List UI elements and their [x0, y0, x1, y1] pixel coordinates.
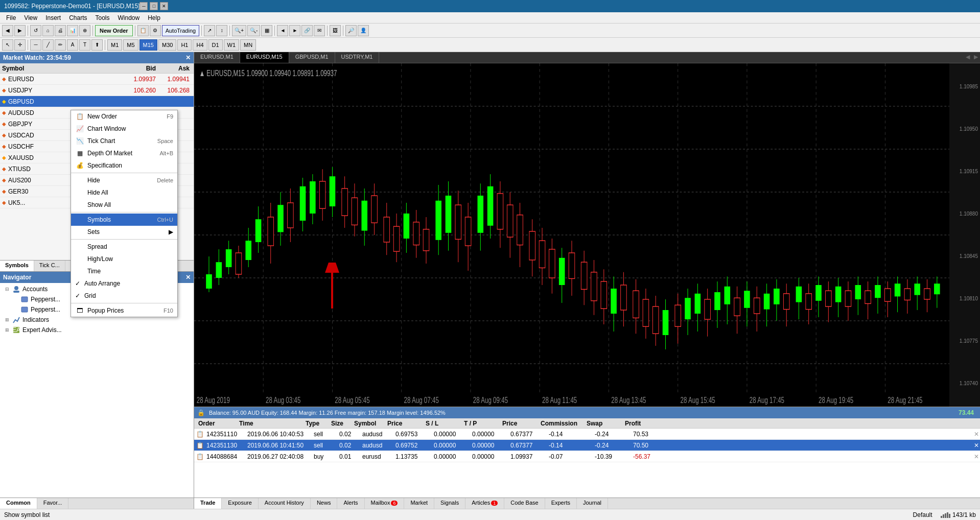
- indicator1-button[interactable]: ↗: [204, 25, 215, 36]
- term-tab-signals[interactable]: Signals: [434, 498, 465, 509]
- arrow-button[interactable]: ⬆: [91, 39, 103, 51]
- trade2-close[interactable]: ✕: [972, 442, 980, 449]
- home-button[interactable]: ⌂: [42, 25, 54, 36]
- screenshot-button[interactable]: 🖼: [330, 25, 341, 36]
- zoom-in-button[interactable]: ⊕: [79, 25, 90, 36]
- nav-tab-common[interactable]: Common: [0, 498, 37, 509]
- menu-view[interactable]: View: [20, 13, 41, 22]
- label-button[interactable]: T: [79, 39, 90, 51]
- tf-m5[interactable]: M5: [123, 39, 138, 51]
- ctx-grid[interactable]: ✓ Grid: [71, 290, 177, 302]
- text-button[interactable]: A: [67, 39, 78, 51]
- autotrading-button[interactable]: AutoTrading: [162, 25, 200, 36]
- menu-window[interactable]: Window: [114, 13, 144, 22]
- tf-h1[interactable]: H1: [177, 39, 192, 51]
- tf-w1[interactable]: W1: [224, 39, 240, 51]
- chart-scroll-right[interactable]: ▶: [972, 52, 980, 63]
- trade-row-2[interactable]: 📋 142351130 2019.06.06 10:41:50 sell 0.0…: [194, 440, 980, 451]
- back-button[interactable]: ◀: [2, 25, 13, 36]
- menu-help[interactable]: Help: [144, 13, 165, 22]
- tf-m1[interactable]: M1: [107, 39, 122, 51]
- tf-h4[interactable]: H4: [193, 39, 207, 51]
- menu-file[interactable]: File: [2, 13, 20, 22]
- term-tab-mailbox[interactable]: Mailbox6: [365, 498, 405, 509]
- chart-tab-usdtry-m1[interactable]: USDTRY,M1: [335, 52, 380, 63]
- refresh-button[interactable]: ↺: [30, 25, 41, 36]
- mw-tab-tick[interactable]: Tick C...: [34, 261, 65, 271]
- new-order-button[interactable]: New Order: [95, 25, 133, 36]
- profile-button[interactable]: 👤: [358, 25, 369, 36]
- indicator2-button[interactable]: ↕: [216, 25, 227, 36]
- term-tab-experts[interactable]: Experts: [545, 498, 577, 509]
- chart-tab-gbpusd-m1[interactable]: GBPUSD,M1: [289, 52, 335, 63]
- chart-grid[interactable]: ▦: [261, 25, 272, 36]
- ctx-specification[interactable]: 💰 Specification: [71, 159, 177, 172]
- trade-row-3[interactable]: 📋 144088684 2019.06.27 02:40:08 buy 0.01…: [194, 451, 980, 462]
- scroll-left[interactable]: ◄: [277, 25, 288, 36]
- ctx-sets[interactable]: Sets ▶: [71, 226, 177, 238]
- ctx-chart-window[interactable]: 📈 Chart Window: [71, 123, 177, 135]
- history-button[interactable]: 📋: [137, 25, 149, 36]
- nav-tab-favorites[interactable]: Favor...: [37, 498, 69, 509]
- zoom-chart-out[interactable]: 🔍-: [247, 25, 260, 36]
- search-button[interactable]: 🔎: [345, 25, 357, 36]
- trade3-close[interactable]: ✕: [972, 453, 980, 460]
- draw-button[interactable]: ✏: [55, 39, 66, 51]
- tf-d1[interactable]: D1: [208, 39, 223, 51]
- term-tab-journal[interactable]: Journal: [577, 498, 608, 509]
- menu-tools[interactable]: Tools: [91, 13, 114, 22]
- ctx-dom[interactable]: ▦ Depth Of Market Alt+B: [71, 147, 177, 159]
- mw-tab-symbols[interactable]: Symbols: [0, 261, 34, 271]
- trendline-button[interactable]: ╱: [42, 39, 54, 51]
- market-row-eurusd[interactable]: ◆ EURUSD 1.09937 1.09941: [0, 74, 194, 85]
- ctx-hide-all[interactable]: Hide All: [71, 186, 177, 199]
- menu-charts[interactable]: Charts: [65, 13, 91, 22]
- close-button[interactable]: ✕: [160, 2, 168, 10]
- crosshair-button[interactable]: ✛: [14, 39, 26, 51]
- chart-container[interactable]: ▲ EURUSD,M15 1.09900 1.09940 1.09891 1.0…: [194, 63, 980, 407]
- term-tab-exposure[interactable]: Exposure: [222, 498, 258, 509]
- minimize-button[interactable]: ─: [139, 2, 148, 10]
- scroll-right[interactable]: ►: [289, 25, 300, 36]
- tf-mn[interactable]: MN: [240, 39, 256, 51]
- market-row-gbpusd[interactable]: ◆ GBPUSD: [0, 96, 194, 107]
- market-watch-close[interactable]: ✕: [185, 54, 191, 61]
- cursor-button[interactable]: ↖: [2, 39, 13, 51]
- connect-button[interactable]: 🔗: [301, 25, 313, 36]
- menu-insert[interactable]: Insert: [41, 13, 65, 22]
- ctx-spread[interactable]: Spread: [71, 241, 177, 253]
- tf-m30[interactable]: M30: [158, 39, 176, 51]
- term-tab-articles[interactable]: Articles1: [465, 498, 504, 509]
- term-tab-alerts[interactable]: Alerts: [337, 498, 364, 509]
- ctx-new-order[interactable]: 📋 New Order F9: [71, 110, 177, 123]
- settings-button[interactable]: ⚙: [150, 25, 161, 36]
- term-tab-market[interactable]: Market: [404, 498, 434, 509]
- ctx-popup-prices[interactable]: 🗖 Popup Prices F10: [71, 304, 177, 317]
- term-tab-trade[interactable]: Trade: [194, 498, 222, 509]
- ctx-symbols[interactable]: Symbols Ctrl+U: [71, 214, 177, 226]
- ctx-auto-arrange[interactable]: ✓ Auto Arrange: [71, 277, 177, 290]
- term-tab-account-history[interactable]: Account History: [259, 498, 311, 509]
- zoom-chart-in[interactable]: 🔍+: [232, 25, 246, 36]
- trade1-close[interactable]: ✕: [972, 431, 980, 438]
- ctx-highlow[interactable]: High/Low: [71, 253, 177, 265]
- navigator-close[interactable]: ✕: [185, 274, 191, 281]
- chart-tab-eurusd-m15[interactable]: EURUSD,M15: [240, 52, 289, 63]
- print-button[interactable]: 🖨: [55, 25, 66, 36]
- forward-button[interactable]: ▶: [14, 25, 26, 36]
- market-row-usdjpy[interactable]: ◆ USDJPY 106.260 106.268: [0, 85, 194, 96]
- trade-row-1[interactable]: 📋 142351110 2019.06.06 10:40:53 sell 0.0…: [194, 429, 980, 440]
- tf-m15[interactable]: M15: [139, 39, 157, 51]
- email-button[interactable]: ✉: [314, 25, 325, 36]
- term-tab-news[interactable]: News: [311, 498, 338, 509]
- chart-tab-eurusd-m1[interactable]: EURUSD,M1: [194, 52, 240, 63]
- chart-button[interactable]: 📊: [67, 25, 78, 36]
- term-tab-codebase[interactable]: Code Base: [504, 498, 545, 509]
- ctx-show-all[interactable]: Show All: [71, 199, 177, 211]
- ctx-time[interactable]: Time: [71, 265, 177, 277]
- hline-button[interactable]: ─: [30, 39, 41, 51]
- nav-experts[interactable]: ⊞ EA Expert Advis...: [1, 325, 193, 335]
- chart-scroll-left[interactable]: ◀: [964, 52, 972, 63]
- maximize-button[interactable]: □: [150, 2, 158, 10]
- ctx-tick-chart[interactable]: 📉 Tick Chart Space: [71, 135, 177, 147]
